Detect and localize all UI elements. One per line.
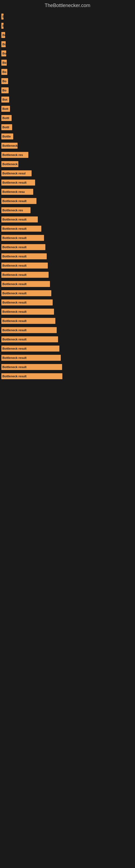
bar-11: Bott: [1, 106, 10, 112]
bar-row: Bottleneck result: [1, 234, 132, 242]
bar-label-25: Bottleneck result: [2, 236, 27, 240]
bar-row: Bottleneck result: [1, 335, 132, 343]
bar-row: B: [1, 22, 132, 30]
bar-row: Bo: [1, 31, 132, 39]
bar-label-19: Bottleneck result: [2, 181, 27, 184]
bar-label-37: Bottleneck result: [2, 347, 27, 350]
bar-row: Bottleneck result: [1, 225, 132, 233]
bar-14: Bottle: [1, 133, 13, 140]
bar-label-21: Bottleneck result: [2, 199, 27, 203]
bar-1: B: [1, 13, 3, 20]
bar-30: Bottleneck result: [1, 281, 50, 287]
bar-label-36: Bottleneck result: [2, 338, 27, 341]
bar-row: Bottleneck result: [1, 289, 132, 297]
bar-label-6: Bo: [2, 61, 6, 64]
bar-25: Bottleneck result: [1, 235, 44, 241]
bar-12: Bottl: [1, 115, 12, 121]
bar-label-29: Bottleneck result: [2, 273, 27, 276]
bar-row: Bott: [1, 105, 132, 113]
bar-32: Bottleneck result: [1, 300, 53, 305]
bar-21: Bottleneck result: [1, 198, 37, 204]
bar-row: Bottleneck: [1, 142, 132, 150]
bar-row: Bo: [1, 50, 132, 58]
bar-label-10: Bot: [2, 98, 7, 101]
bar-label-13: Bottl: [2, 126, 9, 129]
bar-8: Bo: [1, 78, 8, 84]
bar-row: Bottleneck result: [1, 179, 132, 187]
bar-38: Bottleneck result: [1, 355, 61, 361]
bar-label-17: Bottleneck: [2, 162, 17, 166]
bar-row: Bottleneck result: [1, 271, 132, 279]
bar-row: B: [1, 12, 132, 21]
bars-container: BBBoBoBoBoBoBoBoBotBottBottlBottlBottleB…: [0, 10, 135, 384]
bar-label-27: Bottleneck result: [2, 255, 27, 258]
bar-39: Bottleneck result: [1, 364, 62, 370]
bar-label-14: Bottle: [2, 135, 11, 138]
bar-label-11: Bott: [2, 107, 8, 111]
bar-label-28: Bottleneck result: [2, 264, 27, 267]
bar-row: Bottleneck result: [1, 344, 132, 352]
bar-row: Bottleneck resu: [1, 188, 132, 196]
bar-row: Bottleneck res: [1, 206, 132, 214]
bar-row: Bottleneck result: [1, 326, 132, 334]
bar-label-18: Bottleneck resul: [2, 172, 26, 175]
bar-label-35: Bottleneck result: [2, 329, 27, 332]
bar-2: B: [1, 23, 3, 29]
bar-13: Bottl: [1, 124, 12, 130]
bar-row: Bottleneck result: [1, 317, 132, 325]
bar-10: Bot: [1, 97, 9, 102]
bar-17: Bottleneck: [1, 161, 18, 167]
bar-row: Bottleneck result: [1, 243, 132, 251]
bar-label-38: Bottleneck result: [2, 356, 27, 360]
bar-label-3: Bo: [2, 33, 5, 37]
bar-row: Bo: [1, 40, 132, 48]
bar-row: Bottl: [1, 114, 132, 122]
bar-row: Bottl: [1, 123, 132, 131]
bar-5: Bo: [1, 51, 6, 56]
bar-40: Bottleneck result: [1, 373, 62, 379]
bar-label-26: Bottleneck result: [2, 246, 27, 249]
bar-label-4: Bo: [2, 42, 6, 46]
bar-33: Bottleneck result: [1, 309, 54, 315]
bar-label-34: Bottleneck result: [2, 319, 27, 322]
bar-row: Bottleneck result: [1, 261, 132, 270]
bar-28: Bottleneck result: [1, 262, 48, 269]
bar-label-20: Bottleneck resu: [2, 190, 25, 193]
bar-3: Bo: [1, 32, 5, 38]
bar-15: Bottleneck: [1, 143, 17, 149]
bar-row: Bot: [1, 95, 132, 104]
bar-row: Bo: [1, 68, 132, 76]
bar-label-1: B: [2, 15, 3, 18]
bar-7: Bo: [1, 69, 7, 75]
bar-24: Bottleneck result: [1, 226, 41, 231]
bar-label-9: Bo: [2, 89, 6, 92]
bar-26: Bottleneck result: [1, 244, 45, 250]
site-title-container: TheBottlenecker.com: [0, 0, 135, 10]
bar-row: Bottleneck res: [1, 151, 132, 159]
bar-row: Bottleneck result: [1, 308, 132, 316]
bar-36: Bottleneck result: [1, 336, 58, 342]
bar-label-39: Bottleneck result: [2, 365, 27, 369]
bar-label-23: Bottleneck result: [2, 218, 27, 221]
bar-27: Bottleneck result: [1, 253, 47, 259]
bar-row: Bottleneck result: [1, 363, 132, 371]
bar-row: Bo: [1, 86, 132, 94]
bar-31: Bottleneck result: [1, 290, 51, 296]
bar-label-12: Bottl: [2, 116, 9, 120]
bar-row: Bottleneck result: [1, 354, 132, 362]
bar-19: Bottleneck result: [1, 180, 35, 186]
bar-37: Bottleneck result: [1, 346, 59, 351]
bar-label-24: Bottleneck result: [2, 227, 27, 230]
bar-row: Bottleneck result: [1, 372, 132, 380]
bar-row: Bottleneck resul: [1, 169, 132, 177]
bar-label-16: Bottleneck res: [2, 153, 23, 156]
bar-row: Bo: [1, 77, 132, 85]
bar-label-32: Bottleneck result: [2, 301, 27, 304]
bar-row: Bottleneck result: [1, 197, 132, 205]
bar-label-30: Bottleneck result: [2, 282, 27, 286]
bar-label-22: Bottleneck res: [2, 209, 23, 212]
bar-4: Bo: [1, 41, 6, 47]
bar-row: Bottleneck: [1, 160, 132, 168]
bar-22: Bottleneck res: [1, 207, 31, 213]
bar-row: Bo: [1, 59, 132, 67]
